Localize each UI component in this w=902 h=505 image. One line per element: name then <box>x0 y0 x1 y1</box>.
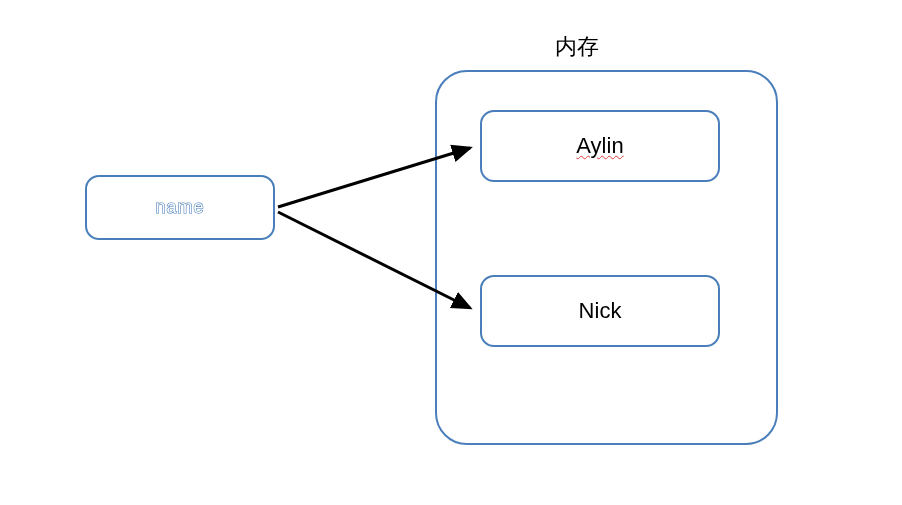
memory-object-1: Nick <box>480 275 720 347</box>
memory-object-1-label: Nick <box>579 298 622 324</box>
memory-object-0-label: Aylin <box>576 133 623 159</box>
variable-box: name <box>85 175 275 240</box>
variable-label: name <box>155 197 204 218</box>
memory-object-0: Aylin <box>480 110 720 182</box>
memory-container-title: 内存 <box>555 32 599 62</box>
